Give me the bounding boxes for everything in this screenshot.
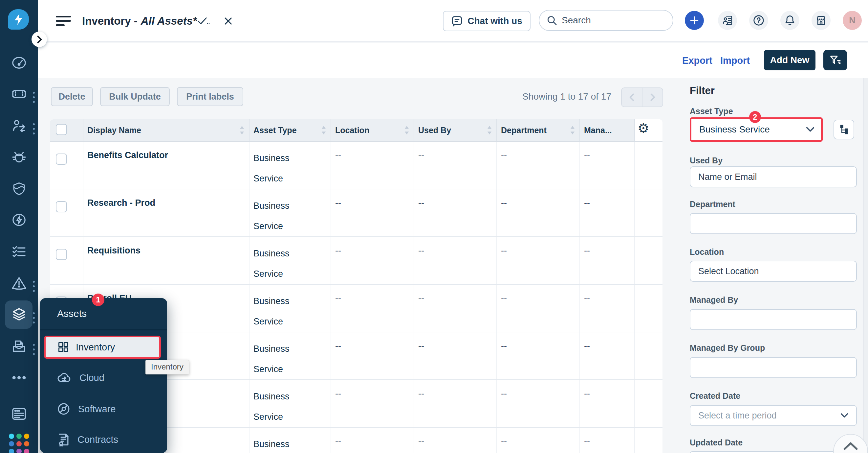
close-view-icon[interactable]: [223, 0, 233, 42]
sidebar-item-dashboard[interactable]: [0, 52, 38, 74]
updated-date-input[interactable]: [690, 451, 857, 453]
flyout-item-inventory[interactable]: Inventory: [44, 336, 161, 359]
filter-toggle-button[interactable]: [823, 50, 847, 70]
chevron-right-icon: [36, 35, 43, 44]
shield-icon: [12, 182, 26, 196]
sidebar-item-app-switcher[interactable]: [0, 433, 38, 453]
select-all-checkbox[interactable]: [56, 124, 67, 135]
purchase-more-menu[interactable]: [33, 344, 35, 355]
sort-icon[interactable]: [404, 126, 409, 135]
tickets-more-menu[interactable]: [33, 92, 35, 103]
row-checkbox[interactable]: [56, 201, 67, 213]
table-row[interactable]: Research - Prod Business Service -- -- -…: [50, 189, 662, 237]
sidebar-expand-button[interactable]: [32, 32, 47, 47]
help-button[interactable]: [749, 11, 768, 30]
created-date-placeholder: Select a time period: [698, 410, 777, 421]
cell-managed-by: --: [584, 341, 590, 351]
managed-by-label: Managed By: [690, 295, 738, 305]
funnel-icon: [829, 55, 841, 66]
location-input[interactable]: [690, 261, 857, 282]
updated-date-label: Updated Date: [690, 438, 743, 447]
contract-icon: [57, 433, 70, 447]
search-icon: [547, 15, 557, 26]
sidebar-item-problems[interactable]: [0, 146, 38, 168]
scrollbar-track[interactable]: [863, 78, 868, 453]
sort-icon[interactable]: [570, 126, 575, 135]
import-link[interactable]: Import: [720, 43, 750, 78]
sort-icon[interactable]: [321, 126, 326, 135]
prev-page-button[interactable]: [622, 88, 642, 107]
managed-by-input[interactable]: [690, 309, 857, 330]
switch-account-button[interactable]: [718, 11, 737, 30]
ellipsis-icon: [11, 376, 27, 380]
col-asset-type[interactable]: Asset Type: [253, 125, 297, 135]
step-badge-2: 2: [749, 111, 761, 123]
table-row[interactable]: Requisitions Business Service -- -- -- -…: [50, 237, 662, 284]
sidebar-item-more[interactable]: [0, 367, 38, 389]
cell-location: --: [335, 246, 341, 255]
sidebar-item-onboarding[interactable]: [0, 115, 38, 136]
sort-icon[interactable]: [487, 126, 492, 135]
alerts-more-menu[interactable]: [33, 281, 35, 292]
cell-asset-type: Business Service: [253, 148, 300, 189]
row-checkbox[interactable]: [56, 153, 67, 165]
next-page-button[interactable]: [642, 88, 662, 107]
save-view-check-icon[interactable]: [197, 0, 210, 42]
chevron-up-icon: [843, 442, 858, 453]
cell-department: --: [501, 150, 507, 160]
flyout-item-software[interactable]: Software: [40, 398, 167, 420]
cell-location: --: [335, 389, 341, 398]
managed-by-group-input[interactable]: [690, 357, 857, 378]
add-new-button[interactable]: Add New: [764, 50, 815, 70]
department-label: Department: [690, 200, 735, 209]
cell-used-by: --: [418, 436, 424, 446]
assets-flyout-menu: Assets Inventory 1 Cloud Software Contra…: [40, 298, 167, 453]
asset-type-hierarchy-button[interactable]: [834, 120, 854, 139]
sidebar-item-purchase[interactable]: [0, 335, 38, 357]
col-department[interactable]: Department: [501, 125, 547, 135]
export-link[interactable]: Export: [682, 43, 712, 78]
created-date-select[interactable]: Select a time period: [690, 405, 857, 426]
chat-with-us-button[interactable]: Chat with us: [443, 11, 530, 31]
delete-button[interactable]: Delete: [51, 87, 93, 106]
col-managed-by[interactable]: Mana...: [584, 125, 612, 135]
department-input[interactable]: [690, 213, 857, 234]
onboarding-more-menu[interactable]: [33, 123, 35, 135]
used-by-input[interactable]: [690, 166, 857, 188]
print-labels-button[interactable]: Print labels: [177, 87, 243, 106]
cell-display-name[interactable]: Research - Prod: [87, 198, 155, 208]
freshservice-logo[interactable]: [8, 9, 29, 30]
col-location[interactable]: Location: [335, 125, 369, 135]
menu-icon[interactable]: [56, 16, 71, 27]
sidebar-item-assets[interactable]: [0, 304, 38, 325]
col-used-by[interactable]: Used By: [418, 125, 451, 135]
cell-used-by: --: [418, 246, 424, 255]
sidebar-item-security[interactable]: [0, 178, 38, 200]
cell-managed-by: --: [584, 293, 590, 303]
global-search[interactable]: Search: [539, 10, 673, 31]
table-row[interactable]: Benefits Calculator Business Service -- …: [50, 141, 662, 189]
sidebar-item-alerts[interactable]: [0, 272, 38, 294]
sidebar-item-changes[interactable]: [0, 209, 38, 231]
bulk-update-button[interactable]: Bulk Update: [100, 87, 170, 106]
sidebar-item-tickets[interactable]: [0, 83, 38, 105]
warning-triangle-icon: [11, 277, 27, 290]
assets-more-menu[interactable]: [33, 312, 35, 323]
sidebar-item-admin[interactable]: [0, 403, 38, 425]
cloud-icon: [57, 372, 71, 384]
col-display-name[interactable]: Display Name: [87, 125, 141, 135]
column-settings-gear-icon[interactable]: ⚙: [638, 121, 649, 136]
sort-icon[interactable]: [240, 126, 244, 135]
sidebar-item-tasks[interactable]: [0, 240, 38, 262]
cell-display-name[interactable]: Benefits Calculator: [87, 150, 168, 160]
marketplace-button[interactable]: [811, 11, 831, 30]
row-checkbox[interactable]: [56, 249, 67, 260]
avatar[interactable]: N: [843, 11, 862, 30]
notifications-button[interactable]: [780, 11, 799, 30]
chat-bubble-icon: [451, 16, 463, 27]
quick-create-button[interactable]: [685, 11, 704, 30]
chevron-right-icon: [650, 93, 656, 101]
cell-display-name[interactable]: Requisitions: [87, 246, 141, 255]
flyout-item-contracts[interactable]: Contracts: [40, 429, 167, 450]
page-title: Inventory - All Assets*: [82, 0, 197, 42]
